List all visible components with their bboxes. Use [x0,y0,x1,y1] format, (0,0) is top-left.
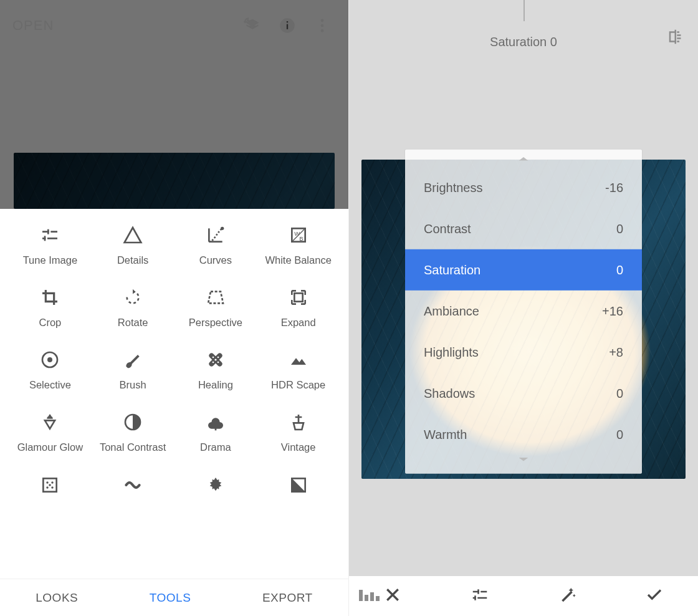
tool-label: Expand [281,316,316,329]
more-vert-icon[interactable] [308,12,336,39]
histogram-icon[interactable] [359,589,380,601]
tool-label: Details [117,254,148,266]
tool-details[interactable]: Details [92,220,174,266]
grainy-film-icon [39,474,61,496]
hdr-scape-icon [287,349,310,371]
slider-center-tick [524,0,525,21]
tool-label: Curves [199,254,232,266]
layers-undo-icon[interactable] [239,12,266,39]
bw-icon [287,474,310,496]
tool-selective[interactable]: Selective [9,345,92,391]
svg-point-8 [221,227,224,230]
adjust-row-value: +8 [609,345,623,359]
close-icon[interactable] [383,585,402,607]
check-icon[interactable] [645,585,664,607]
info-icon[interactable] [274,12,301,39]
tool-label: Rotate [118,316,148,329]
healing-icon [204,349,227,371]
tool-perspective[interactable]: Perspective [174,282,257,329]
grunge-icon [204,474,227,496]
adjust-row-shadows[interactable]: Shadows0 [405,373,642,414]
tools-sheet: Tune Image Details Curves WB White Balan… [0,209,348,616]
editor-photo-preview [14,153,335,209]
adjust-row-highlights[interactable]: Highlights+8 [405,332,642,373]
selective-icon [39,349,61,371]
tool-healing[interactable]: Healing [174,345,257,391]
adjust-row-saturation[interactable]: Saturation0 [405,249,642,291]
right-panel: Saturation 0 Brightness-16Contrast0Satur… [349,0,698,616]
left-header: OPEN [0,0,348,51]
tool-grid[interactable]: Tune Image Details Curves WB White Balan… [0,209,348,579]
tool-label: HDR Scape [271,378,325,391]
svg-point-14 [47,357,52,362]
adjust-row-label: Saturation [424,262,480,277]
brush-icon [122,349,144,371]
svg-point-26 [52,481,54,483]
tool-crop[interactable]: Crop [9,282,92,329]
adjust-header: Saturation 0 [349,0,698,62]
tool-drama[interactable]: Drama [174,407,257,453]
tool-retrolux[interactable] [92,470,174,504]
adjust-row-brightness[interactable]: Brightness-16 [405,167,642,208]
svg-point-25 [47,481,49,483]
tool-label: Drama [200,441,231,453]
adjust-overlay[interactable]: Brightness-16Contrast0Saturation0Ambianc… [405,150,642,474]
chevron-down-icon [405,455,642,468]
tool-glamour-glow[interactable]: Glamour Glow [9,407,92,453]
tool-grainy-film[interactable] [9,470,92,504]
svg-point-4 [321,24,324,27]
tool-tune-image[interactable]: Tune Image [9,220,92,266]
tool-label: Crop [39,316,61,329]
adjust-row-warmth[interactable]: Warmth0 [405,414,642,455]
svg-point-29 [49,484,51,486]
adjust-row-label: Warmth [424,427,467,441]
svg-point-27 [47,486,49,488]
tool-bw[interactable] [257,470,340,504]
tab-tools[interactable]: TOOLS [150,591,191,605]
svg-rect-6 [47,229,49,234]
editor-canvas[interactable]: Brightness-16Contrast0Saturation0Ambianc… [349,62,698,576]
svg-rect-2 [287,21,288,22]
adjust-row-value: 0 [616,221,623,236]
svg-point-19 [218,362,219,363]
bottom-tabs: LOOKS TOOLS EXPORT [0,579,348,616]
tab-export[interactable]: EXPORT [262,591,313,605]
svg-rect-31 [477,589,479,594]
tool-label: Vintage [281,441,316,453]
tune-image-icon [39,224,61,246]
adjust-row-contrast[interactable]: Contrast0 [405,208,642,249]
svg-point-17 [214,359,216,361]
compare-icon[interactable] [667,27,686,49]
svg-point-28 [52,486,54,488]
tool-curves[interactable]: Curves [174,220,257,266]
adjust-row-value: -16 [605,180,623,195]
tool-brush[interactable]: Brush [92,345,174,391]
drama-icon [204,411,227,433]
tool-white-balance[interactable]: WB White Balance [257,220,340,266]
tool-tonal-contrast[interactable]: Tonal Contrast [92,407,174,453]
tool-label: Healing [198,378,233,391]
adjust-row-label: Contrast [424,221,471,236]
magic-wand-icon[interactable] [558,585,576,607]
svg-rect-7 [44,236,46,241]
tool-label: Tonal Contrast [100,441,166,453]
tool-hdr-scape[interactable]: HDR Scape [257,345,340,391]
tool-rotate[interactable]: Rotate [92,282,174,329]
open-button[interactable]: OPEN [12,17,54,34]
crop-icon [39,286,61,309]
tonal-contrast-icon [122,411,144,433]
tool-label: White Balance [265,254,331,266]
adjust-title: Saturation 0 [490,35,557,49]
tool-expand[interactable]: Expand [257,282,340,329]
tune-sliders-icon[interactable] [471,585,489,607]
tool-vintage[interactable]: Vintage [257,407,340,453]
svg-point-3 [321,19,324,22]
svg-rect-23 [215,428,217,431]
svg-text:B: B [299,236,303,242]
adjust-row-label: Highlights [424,345,479,359]
tool-grunge[interactable] [174,470,257,504]
adjust-row-ambiance[interactable]: Ambiance+16 [405,291,642,332]
glamour-glow-icon [39,411,61,433]
curves-icon [204,224,227,246]
tab-looks[interactable]: LOOKS [36,591,78,605]
